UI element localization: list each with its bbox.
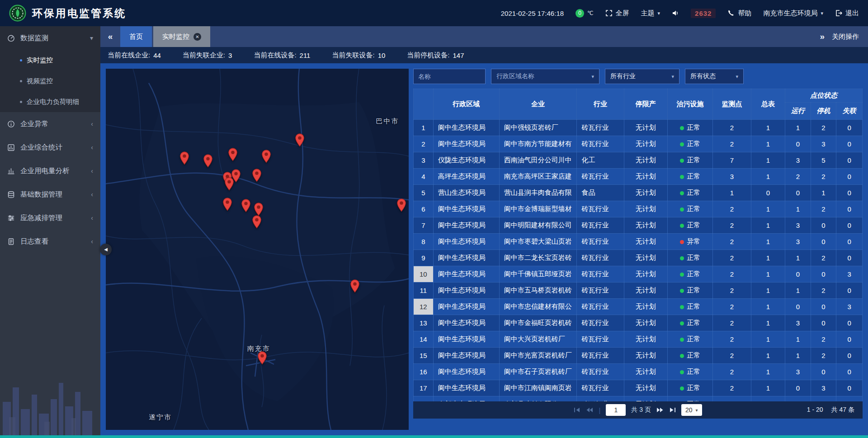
- table-row[interactable]: 13阆中生态环境局阆中市金福旺页岩机砖砖瓦行业无计划正常21300: [414, 315, 863, 331]
- org-selector[interactable]: 南充市生态环境局 ▾: [763, 9, 823, 18]
- row-company: 南部县建材有限公: [499, 396, 577, 402]
- sidebar-item-video-monitoring[interactable]: 视频监控: [0, 71, 100, 91]
- row-stop: 2: [811, 283, 836, 299]
- region-filter-select[interactable]: 行政区域名称 ▾: [491, 69, 599, 84]
- tab-scroll-right-button[interactable]: »: [820, 32, 825, 42]
- sidebar-item-data-monitoring[interactable]: 数据监测 ▾: [0, 26, 100, 50]
- map-pin[interactable]: [252, 215, 262, 229]
- stat-offline-devices: 当前失联设备: 10: [332, 51, 385, 60]
- map-pin[interactable]: [203, 154, 213, 168]
- table-row[interactable]: 10阆中生态环境局阆中千佛镇五郎垭页岩砖瓦行业无计划正常21003: [414, 266, 863, 283]
- sliders-icon: [7, 214, 15, 222]
- table-row[interactable]: 6阆中生态环境局阆中市金博瑞新型墙材砖瓦行业无计划正常21120: [414, 201, 863, 217]
- table-row[interactable]: 9阆中生态环境局阆中市二龙长宝页岩砖砖瓦行业无计划正常21120: [414, 250, 863, 266]
- announcement-button[interactable]: [672, 9, 679, 17]
- row-run: 0: [785, 185, 811, 201]
- next-page-button[interactable]: [656, 407, 664, 413]
- row-index: 18: [414, 396, 434, 402]
- row-facility-status: 正常: [668, 120, 713, 136]
- table-row[interactable]: 15阆中生态环境局阆中市光富页岩机砖厂砖瓦行业无计划正常21120: [414, 348, 863, 364]
- map-pin[interactable]: [252, 169, 262, 182]
- map-pin[interactable]: [228, 148, 238, 161]
- sidebar-item-enterprise-abnormal[interactable]: 企业异常 ‹: [0, 112, 100, 136]
- row-index: 1: [414, 120, 434, 136]
- map-pin[interactable]: [224, 177, 234, 191]
- table-row[interactable]: 8阆中生态环境局阆中市枣碧大梁山页岩砖瓦行业无计划异常21300: [414, 234, 863, 250]
- table-row[interactable]: 17阆中生态环境局阆中市江南镇阆南页岩砖瓦行业无计划正常21030: [414, 380, 863, 396]
- table-row[interactable]: 4高坪生态环境局南充市高坪区王家店建砖瓦行业无计划正常31220: [414, 169, 863, 185]
- table-row[interactable]: 18南部生态环境局南部县建材有限公砖瓦行业无计划正常21060: [414, 396, 863, 402]
- row-facility-status: 正常: [668, 331, 713, 348]
- row-plan: 无计划: [624, 120, 667, 136]
- sidebar-item-power-load-detail[interactable]: 企业电力负荷明细: [0, 91, 100, 112]
- sidebar-item-power-analysis[interactable]: 企业用电量分析 ‹: [0, 159, 100, 183]
- tab-realtime-monitoring[interactable]: 实时监控 ✕: [153, 26, 210, 47]
- row-total: 1: [751, 380, 785, 396]
- table-row[interactable]: 7阆中生态环境局阆中明阳建材有限公司砖瓦行业无计划正常21300: [414, 217, 863, 234]
- table-row[interactable]: 12阆中生态环境局阆中市忠信建材有限公砖瓦行业无计划正常21003: [414, 299, 863, 315]
- page-input[interactable]: [606, 404, 626, 416]
- name-filter-input[interactable]: [413, 69, 486, 84]
- close-operations-button[interactable]: 关闭操作: [832, 33, 859, 41]
- sidebar-item-enterprise-stats[interactable]: 企业综合统计 ‹: [0, 136, 100, 159]
- row-lost: 0: [836, 348, 863, 364]
- map-pin[interactable]: [241, 199, 251, 212]
- theme-selector[interactable]: 主题 ▾: [641, 9, 660, 18]
- tab-home[interactable]: 首页: [120, 26, 152, 47]
- row-plan: 无计划: [624, 396, 667, 402]
- last-page-button[interactable]: [669, 407, 676, 413]
- table-row[interactable]: 3仪陇生态环境局西南油气田分公司川中化工无计划正常71350: [414, 152, 863, 169]
- row-points: 2: [713, 331, 751, 348]
- map-collapse-button[interactable]: ◀: [100, 244, 112, 255]
- row-facility-status: 正常: [668, 250, 713, 266]
- map-pin[interactable]: [261, 150, 271, 163]
- table-row[interactable]: 1阆中生态环境局阆中强锐页岩砖厂砖瓦行业无计划正常21120: [414, 120, 863, 136]
- row-facility-status: 正常: [668, 380, 713, 396]
- logout-button[interactable]: 退出: [835, 9, 859, 18]
- sidebar-item-emergency-reduction[interactable]: 应急减排管理 ‹: [0, 206, 100, 230]
- row-plan: 无计划: [624, 185, 667, 201]
- map-pin[interactable]: [222, 198, 232, 211]
- map-pin[interactable]: [396, 198, 406, 212]
- industry-filter-select[interactable]: 所有行业 ▾: [605, 69, 679, 84]
- table-row[interactable]: 5营山生态环境局营山县润丰肉食品有限食品无计划正常10010: [414, 185, 863, 201]
- map-pin[interactable]: [295, 133, 305, 147]
- alarm-count-badge[interactable]: 2632: [691, 9, 716, 18]
- table-row[interactable]: 14阆中生态环境局阆中大兴页岩机砖厂砖瓦行业无计划正常21120: [414, 331, 863, 348]
- row-facility-status: 正常: [668, 185, 713, 201]
- first-page-button[interactable]: [574, 407, 580, 413]
- row-industry: 砖瓦行业: [577, 169, 624, 185]
- chevron-left-icon: ‹: [91, 167, 93, 174]
- sidebar-item-realtime-monitoring[interactable]: 实时监控: [0, 50, 100, 71]
- map-canvas[interactable]: 巴中市南充市遂宁市: [106, 69, 409, 430]
- sidebar-item-base-data[interactable]: 基础数据管理 ‹: [0, 183, 100, 206]
- top-header: 环保用电监管系统 2021-02-25 17:46:18 0 ℃ 全屏 主题 ▾…: [0, 0, 868, 26]
- close-icon[interactable]: ✕: [193, 33, 201, 41]
- table-row[interactable]: 16阆中生态环境局阆中市石子页岩机砖厂砖瓦行业无计划正常21300: [414, 364, 863, 380]
- row-lost: 0: [836, 396, 863, 402]
- col-industry: 行业: [577, 89, 624, 120]
- row-run: 3: [785, 234, 811, 250]
- map-pin[interactable]: [350, 279, 360, 293]
- tab-scroll-left-button[interactable]: «: [100, 32, 120, 42]
- footer-accent-strip: [0, 435, 868, 438]
- sidebar-item-log-view[interactable]: 日志查看 ‹: [0, 230, 100, 253]
- page-size-select[interactable]: 20 ▾: [681, 404, 702, 416]
- table-row[interactable]: 2阆中生态环境局阆中市南方节能建材有砖瓦行业无计划正常21030: [414, 136, 863, 152]
- enterprise-table: 行政区域 企业 行业 停限产 治污设施 监测点 总表 点位状态 运行: [413, 89, 863, 401]
- col-region: 行政区域: [433, 89, 499, 120]
- divider: |: [599, 406, 600, 414]
- prev-page-button[interactable]: [586, 407, 593, 413]
- map-pin[interactable]: [179, 151, 189, 165]
- map-panel[interactable]: 巴中市南充市遂宁市 ◀: [106, 69, 409, 430]
- status-filter-select[interactable]: 所有状态 ▾: [685, 69, 744, 84]
- map-pin[interactable]: [254, 203, 264, 216]
- row-stop: 2: [811, 201, 836, 217]
- row-lost: 0: [836, 201, 863, 217]
- fullscreen-button[interactable]: 全屏: [605, 9, 629, 18]
- status-dot: [680, 142, 684, 146]
- table-row[interactable]: 11阆中生态环境局阆中市五马桥页岩机砖砖瓦行业无计划正常21120: [414, 283, 863, 299]
- help-button[interactable]: 帮助: [727, 9, 751, 18]
- row-points: 2: [713, 217, 751, 234]
- map-pin[interactable]: [257, 351, 267, 365]
